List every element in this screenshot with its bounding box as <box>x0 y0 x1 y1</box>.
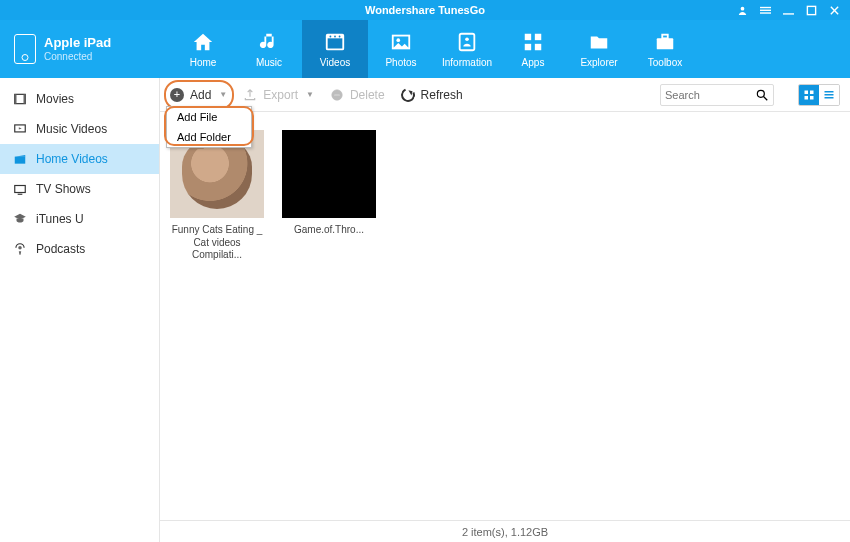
sidebar-item-tv-shows[interactable]: TV Shows <box>0 174 159 204</box>
graduation-icon <box>12 212 28 226</box>
screen-icon <box>12 122 28 136</box>
app-title: Wondershare TunesGo <box>0 4 850 16</box>
refresh-button[interactable]: Refresh <box>401 88 463 102</box>
podcast-icon <box>12 242 28 256</box>
nav-photos[interactable]: Photos <box>368 20 434 78</box>
sidebar-item-music-videos[interactable]: Music Videos <box>0 114 159 144</box>
svg-rect-25 <box>24 94 26 103</box>
svg-point-12 <box>339 35 341 37</box>
add-folder-item[interactable]: Add Folder <box>167 127 251 147</box>
nav-videos[interactable]: Videos <box>302 20 368 78</box>
maximize-button[interactable] <box>806 5 817 16</box>
svg-rect-18 <box>535 33 541 39</box>
device-name: Apple iPad <box>44 35 111 51</box>
sidebar-item-home-videos[interactable]: Home Videos <box>0 144 159 174</box>
list-view-button[interactable] <box>819 85 839 105</box>
clapper-icon <box>12 152 28 166</box>
status-text: 2 item(s), 1.12GB <box>462 526 548 538</box>
svg-line-34 <box>764 96 768 100</box>
add-dropdown: Add File Add Folder <box>166 106 252 148</box>
svg-rect-37 <box>805 96 809 100</box>
search-box[interactable] <box>660 84 774 106</box>
nav-information[interactable]: Information <box>434 20 500 78</box>
nav-home[interactable]: Home <box>170 20 236 78</box>
svg-rect-40 <box>825 94 834 96</box>
chevron-down-icon: ▼ <box>219 90 227 99</box>
grid-view-button[interactable] <box>799 85 819 105</box>
video-item[interactable]: Game.of.Thro... <box>282 130 376 237</box>
sidebar: Movies Music Videos Home Videos TV Shows… <box>0 78 160 542</box>
svg-rect-28 <box>15 186 26 193</box>
svg-rect-36 <box>810 90 814 94</box>
tablet-icon <box>14 34 36 64</box>
chevron-down-icon: ▼ <box>306 90 314 99</box>
svg-rect-22 <box>662 34 668 38</box>
sidebar-item-podcasts[interactable]: Podcasts <box>0 234 159 264</box>
svg-rect-20 <box>535 43 541 49</box>
export-button[interactable]: Export ▼ <box>243 88 314 102</box>
minimize-button[interactable] <box>783 5 794 16</box>
svg-rect-17 <box>525 33 531 39</box>
thumbnail-label: Funny Cats Eating _ Cat videos Compilati… <box>170 224 264 262</box>
svg-rect-41 <box>825 97 834 99</box>
svg-rect-19 <box>525 43 531 49</box>
refresh-icon <box>399 86 417 104</box>
delete-button[interactable]: Delete <box>330 88 385 102</box>
delete-icon <box>330 88 344 102</box>
svg-rect-38 <box>810 96 814 100</box>
svg-rect-35 <box>805 90 809 94</box>
svg-point-14 <box>396 38 400 42</box>
svg-point-10 <box>330 35 332 37</box>
nav-apps[interactable]: Apps <box>500 20 566 78</box>
sidebar-item-movies[interactable]: Movies <box>0 84 159 114</box>
svg-point-11 <box>334 35 336 37</box>
svg-rect-24 <box>15 94 17 103</box>
svg-rect-4 <box>783 13 794 14</box>
film-icon <box>12 92 28 106</box>
nav-music[interactable]: Music <box>236 20 302 78</box>
svg-rect-3 <box>760 12 771 13</box>
user-icon[interactable] <box>737 5 748 16</box>
content-grid: Funny Cats Eating _ Cat videos Compilati… <box>160 112 850 520</box>
svg-rect-15 <box>460 33 475 50</box>
svg-point-0 <box>741 6 745 10</box>
svg-rect-32 <box>334 94 340 95</box>
svg-point-30 <box>18 246 22 250</box>
thumbnail-label: Game.of.Thro... <box>294 224 364 237</box>
nav-bar: Apple iPad Connected Home Music Videos P… <box>0 20 850 78</box>
device-box[interactable]: Apple iPad Connected <box>0 20 160 78</box>
svg-rect-5 <box>807 6 815 14</box>
svg-point-16 <box>465 37 469 41</box>
status-bar: 2 item(s), 1.12GB <box>160 520 850 542</box>
svg-rect-39 <box>825 91 834 93</box>
view-toggle <box>798 84 840 106</box>
nav-toolbox[interactable]: Toolbox <box>632 20 698 78</box>
device-status: Connected <box>44 51 111 63</box>
video-item[interactable]: Funny Cats Eating _ Cat videos Compilati… <box>170 130 264 262</box>
sidebar-item-itunes-u[interactable]: iTunes U <box>0 204 159 234</box>
add-button[interactable]: + Add ▼ <box>170 88 227 102</box>
menu-icon[interactable] <box>760 5 771 16</box>
tv-icon <box>12 182 28 196</box>
svg-rect-21 <box>657 38 674 49</box>
svg-rect-1 <box>760 6 771 7</box>
search-icon <box>755 88 769 102</box>
svg-point-33 <box>757 90 764 97</box>
thumbnail-image <box>282 130 376 218</box>
export-icon <box>243 88 257 102</box>
search-input[interactable] <box>665 89 755 101</box>
nav-explorer[interactable]: Explorer <box>566 20 632 78</box>
title-bar: Wondershare TunesGo <box>0 0 850 20</box>
add-file-item[interactable]: Add File <box>167 107 251 127</box>
svg-rect-27 <box>15 157 26 164</box>
toolbar: + Add ▼ Export ▼ Delete Refresh <box>160 78 850 112</box>
plus-icon: + <box>170 88 184 102</box>
close-button[interactable] <box>829 5 840 16</box>
window-controls <box>737 0 840 20</box>
svg-rect-2 <box>760 9 771 10</box>
